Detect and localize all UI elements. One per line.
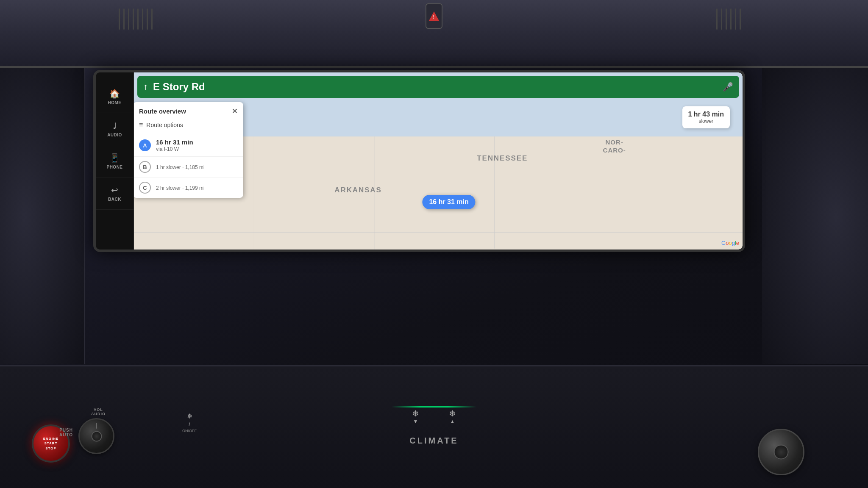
route-b-letter: B (143, 164, 147, 170)
sidebar-item-phone[interactable]: 📱 PHONE (96, 145, 134, 177)
route-options-button[interactable]: ≡ Route options (134, 119, 243, 134)
sidebar-home-label: HOME (108, 100, 122, 105)
google-logo-g2: g (732, 240, 735, 246)
auto-text: AUTO (59, 433, 73, 437)
route-close-button[interactable]: ✕ (232, 107, 237, 115)
nav-header: ↑ E Story Rd 🎤 (137, 76, 739, 98)
climate-controls: ❄ ▼ ❄ ▲ (403, 404, 465, 429)
car-interior: ! 🏠 HOME ♩ (0, 0, 868, 488)
vol-audio-label-area: VOL AUDIO (91, 408, 106, 416)
moon-icon: ☾ (189, 233, 195, 239)
bottom-dashboard: CLIMATE ❄ ▼ ❄ ▲ ❄ / ON/OFF ENGINESTARTST… (0, 365, 868, 488)
pause-button[interactable]: ⏸ (255, 227, 272, 244)
route-time-bubble[interactable]: 16 hr 31 min (422, 195, 475, 209)
down-arrow: ▼ (413, 419, 418, 424)
google-logo-e: e (736, 240, 739, 246)
phone-icon: 📱 (109, 153, 120, 163)
back-icon: ↩ (111, 185, 118, 195)
vol-label: VOL (91, 408, 106, 412)
ac-onoff-button[interactable]: ❄ / ON/OFF (182, 412, 197, 433)
nav-street-name: E Story Rd (153, 81, 718, 93)
right-leather-panel (762, 68, 868, 364)
route-panel-title: Route overview (139, 108, 186, 115)
route-a-time: 16 hr 31 min (156, 139, 193, 146)
sun-icon: ☀ (181, 232, 186, 240)
route-b-detail: 1 hr slower · 1,185 mi (156, 164, 205, 170)
fan-up-icon: ❄ (449, 408, 456, 419)
play-icon: ▶ (225, 231, 231, 241)
route-b-info: 1 hr slower · 1,185 mi (156, 164, 205, 170)
route-c-letter: C (143, 185, 147, 191)
bell-icon: 🔔 (704, 231, 713, 241)
route-c-info: 2 hr slower · 1,199 mi (156, 185, 205, 191)
slower-callout: 1 hr 43 min slower (682, 106, 730, 128)
svg-text:TENNESSEE: TENNESSEE (477, 154, 528, 162)
svg-text:NOR-: NOR- (605, 139, 623, 146)
skip-next-icon: ⏭ (276, 232, 284, 241)
play-stop-button[interactable]: ▶ (217, 226, 238, 246)
screen-bezel: 🏠 HOME ♩ AUDIO 📱 PHONE ↩ BACK (93, 70, 745, 252)
mic-icon: 🎤 (721, 231, 730, 241)
climate-label: CLIMATE (409, 436, 458, 446)
fan-down-button[interactable]: ❄ ▼ (403, 404, 428, 429)
notification-button[interactable]: 🔔 (700, 227, 717, 244)
route-item-b[interactable]: B 1 hr slower · 1,185 mi (134, 157, 243, 177)
map-area: ! OKLAHOMA ARKANSAS TENNESSEE NOR- CARO-… (134, 72, 743, 250)
skip-prev-icon: ⏮ (242, 232, 250, 241)
skip-next-button[interactable]: ⏭ (272, 227, 289, 244)
google-logo-g: G (721, 240, 726, 246)
route-a-via: via I-10 W (156, 146, 193, 152)
route-item-a[interactable]: A 16 hr 31 min via I-10 W (134, 134, 243, 157)
route-panel: Route overview ✕ ≡ Route options A 16 hr (134, 102, 243, 198)
home-circle-button[interactable]: ◎ (199, 227, 217, 245)
ac-slash: / (189, 421, 190, 427)
left-leather-panel (0, 68, 85, 364)
route-item-c[interactable]: C 2 hr slower · 1,199 mi (134, 177, 243, 198)
route-badge-a: A (139, 139, 151, 151)
vol-audio-knob-area (78, 418, 114, 454)
route-c-detail: 2 hr slower · 1,199 mi (156, 185, 205, 191)
engine-text: ENGINESTARTSTOP (43, 436, 59, 451)
skip-prev-button[interactable]: ⏮ (238, 227, 255, 244)
nav-direction-icon: ↑ (143, 81, 148, 92)
vol-audio-knob[interactable] (78, 418, 114, 454)
ac-label: ON/OFF (182, 429, 197, 433)
notification-dot (712, 228, 716, 233)
dashboard-top: ! (0, 0, 868, 68)
sidebar-item-audio[interactable]: ♩ AUDIO (96, 113, 134, 145)
svg-text:CARO-: CARO- (603, 147, 626, 154)
sidebar-back-label: BACK (108, 197, 121, 202)
sidebar-item-home[interactable]: 🏠 HOME (96, 81, 134, 113)
up-arrow: ▲ (450, 419, 455, 424)
screen-content: 🏠 HOME ♩ AUDIO 📱 PHONE ↩ BACK (96, 72, 743, 250)
route-options-label: Route options (146, 122, 183, 128)
google-logo: Google (721, 240, 739, 246)
audio-label: AUDIO (91, 412, 106, 416)
circle-icon: ◎ (205, 232, 211, 240)
audio-icon: ♩ (113, 121, 117, 131)
google-logo-o2: o (729, 240, 732, 246)
route-options-icon: ≡ (139, 121, 143, 129)
push-auto-label: PUSH AUTO (59, 428, 73, 437)
fan-icon: ❄ (412, 408, 419, 419)
home-icon: 🏠 (109, 89, 120, 99)
right-control-knob[interactable] (758, 429, 804, 475)
route-badge-c: C (139, 182, 151, 194)
nav-mic-icon[interactable]: 🎤 (723, 82, 733, 92)
sidebar-item-back[interactable]: ↩ BACK (96, 177, 134, 210)
route-a-info: 16 hr 31 min via I-10 W (156, 139, 193, 152)
route-a-letter: A (143, 142, 147, 149)
route-panel-header: Route overview ✕ (134, 102, 243, 119)
push-text: PUSH (59, 428, 73, 433)
slower-label: slower (688, 118, 724, 124)
slower-time: 1 hr 43 min (688, 111, 724, 118)
sidebar-audio-label: AUDIO (107, 133, 122, 137)
route-badge-b: B (139, 161, 151, 173)
screen-sidebar: 🏠 HOME ♩ AUDIO 📱 PHONE ↩ BACK (96, 72, 134, 250)
svg-text:ARKANSAS: ARKANSAS (334, 186, 381, 194)
brightness-indicator: ☀ ☾ (181, 232, 195, 240)
fan-up-button[interactable]: ❄ ▲ (440, 404, 465, 429)
pause-icon: ⏸ (259, 232, 267, 241)
sidebar-phone-label: PHONE (106, 165, 122, 169)
ac-icon: ❄ (187, 412, 192, 420)
